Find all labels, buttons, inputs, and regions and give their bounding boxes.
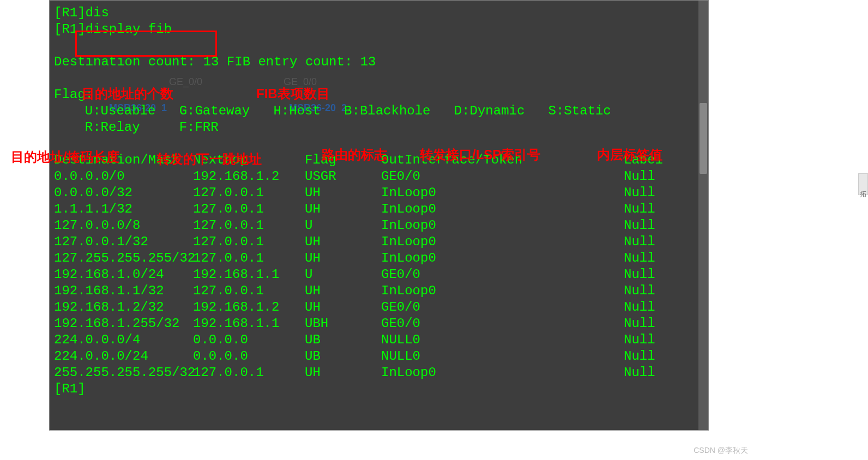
cell-label: Null	[624, 250, 667, 267]
cell-label: Null	[624, 168, 667, 185]
cell-dest: 255.255.255.255/32	[54, 365, 193, 381]
table-row: 192.168.1.2/32192.168.1.2UHGE0/0Null	[54, 299, 704, 316]
flag-line-2: R:Relay F:FRR	[54, 119, 704, 136]
cell-nexthop: 127.0.0.1	[193, 201, 305, 217]
cell-iface: InLoop0	[381, 185, 624, 201]
cell-flag: UH	[305, 365, 381, 381]
table-row: 0.0.0.0/0192.168.1.2USGRGE0/0Null	[54, 168, 704, 185]
cell-flag: UH	[305, 250, 381, 267]
annotation-dest-count: 目的地址的个数	[82, 85, 173, 102]
cell-dest: 224.0.0.0/4	[54, 332, 193, 348]
fib-table-body: 0.0.0.0/0192.168.1.2USGRGE0/0Null0.0.0.0…	[54, 168, 704, 381]
flag-line-1: U:Useable G:Gateway H:Host B:Blackhole D…	[54, 103, 704, 119]
cell-dest: 1.1.1.1/32	[54, 201, 193, 217]
cell-iface: NULL0	[381, 332, 624, 348]
cell-nexthop: 0.0.0.0	[193, 332, 305, 348]
sidebar-tab[interactable]: 拓	[858, 173, 868, 195]
cell-label: Null	[624, 201, 667, 217]
cell-nexthop: 127.0.0.1	[193, 234, 305, 250]
cell-flag: U	[305, 217, 381, 234]
annotation-col-label: 内层标签值	[597, 146, 662, 164]
cell-label: Null	[624, 316, 667, 332]
cell-dest: 127.0.0.0/8	[54, 217, 193, 234]
cell-flag: UH	[305, 185, 381, 201]
cell-dest: 192.168.1.255/32	[54, 316, 193, 332]
command-highlight-box	[75, 31, 217, 57]
cell-iface: InLoop0	[381, 234, 624, 250]
cell-iface: NULL0	[381, 348, 624, 365]
annotation-col-flag: 路由的标志	[322, 146, 387, 164]
cell-nexthop: 127.0.0.1	[193, 250, 305, 267]
cell-flag: UB	[305, 348, 381, 365]
annotation-col-iface: 转发接口/LSP索引号	[420, 146, 540, 164]
prompt-text: [R1]	[54, 5, 86, 20]
cell-flag: USGR	[305, 168, 381, 185]
table-row: 127.255.255.255/32127.0.0.1UHInLoop0Null	[54, 250, 704, 267]
cell-label: Null	[624, 217, 667, 234]
cell-flag: UBH	[305, 316, 381, 332]
cell-label: Null	[624, 283, 667, 299]
watermark-text: CSDN @李秋天	[694, 446, 748, 456]
cell-label: Null	[624, 299, 667, 316]
cell-dest: 192.168.1.2/32	[54, 299, 193, 316]
cell-nexthop: 127.0.0.1	[193, 365, 305, 381]
blank-line-2	[54, 70, 704, 87]
cell-flag: UH	[305, 283, 381, 299]
cell-flag: UH	[305, 201, 381, 217]
cell-flag: UH	[305, 234, 381, 250]
cell-iface: InLoop0	[381, 217, 624, 234]
annotation-col-nexthop: 转发的下一跳地址	[157, 150, 262, 168]
cell-dest: 192.168.1.0/24	[54, 267, 193, 283]
prompt-line-1: [R1]dis	[54, 5, 704, 21]
terminal-window[interactable]: [R1]dis [R1]display fib Destination coun…	[49, 0, 709, 431]
table-row: 255.255.255.255/32127.0.0.1UHInLoop0Null	[54, 365, 704, 381]
cell-nexthop: 127.0.0.1	[193, 185, 305, 201]
table-row: 224.0.0.0/240.0.0.0UBNULL0Null	[54, 348, 704, 365]
cell-dest: 192.168.1.1/32	[54, 283, 193, 299]
table-row: 0.0.0.0/32127.0.0.1UHInLoop0Null	[54, 185, 704, 201]
cell-dest: 127.255.255.255/32	[54, 250, 193, 267]
cell-label: Null	[624, 267, 667, 283]
cell-dest: 127.0.0.1/32	[54, 234, 193, 250]
cell-iface: GE0/0	[381, 267, 624, 283]
cell-iface: GE0/0	[381, 299, 624, 316]
cell-iface: InLoop0	[381, 365, 624, 381]
cell-label: Null	[624, 348, 667, 365]
cell-nexthop: 192.168.1.2	[193, 168, 305, 185]
cell-nexthop: 192.168.1.1	[193, 267, 305, 283]
cell-nexthop: 0.0.0.0	[193, 348, 305, 365]
cell-iface: InLoop0	[381, 250, 624, 267]
cell-nexthop: 192.168.1.2	[193, 299, 305, 316]
end-prompt: [R1]	[54, 381, 704, 397]
cell-nexthop: 127.0.0.1	[193, 283, 305, 299]
cell-dest: 0.0.0.0/0	[54, 168, 193, 185]
terminal-content: [R1]dis [R1]display fib Destination coun…	[54, 5, 704, 397]
partial-cmd: dis	[86, 5, 109, 20]
cell-flag: UH	[305, 299, 381, 316]
cell-iface: GE0/0	[381, 168, 624, 185]
table-row: 192.168.1.255/32192.168.1.1UBHGE0/0Null	[54, 316, 704, 332]
annotation-fib-count: FIB表项数目	[256, 85, 330, 102]
cell-iface: GE0/0	[381, 316, 624, 332]
cell-label: Null	[624, 365, 667, 381]
table-row: 127.0.0.0/8127.0.0.1UInLoop0Null	[54, 217, 704, 234]
cell-dest: 224.0.0.0/24	[54, 348, 193, 365]
cell-dest: 0.0.0.0/32	[54, 185, 193, 201]
cell-flag: U	[305, 267, 381, 283]
cell-flag: UB	[305, 332, 381, 348]
cell-label: Null	[624, 234, 667, 250]
table-row: 127.0.0.1/32127.0.0.1UHInLoop0Null	[54, 234, 704, 250]
table-row: 192.168.1.1/32127.0.0.1UHInLoop0Null	[54, 283, 704, 299]
cell-iface: InLoop0	[381, 283, 624, 299]
table-row: 224.0.0.0/40.0.0.0UBNULL0Null	[54, 332, 704, 348]
table-row: 1.1.1.1/32127.0.0.1UHInLoop0Null	[54, 201, 704, 217]
cell-iface: InLoop0	[381, 201, 624, 217]
annotation-col-dest: 目的地址/掩码长度	[11, 148, 119, 166]
cell-nexthop: 192.168.1.1	[193, 316, 305, 332]
cell-label: Null	[624, 332, 667, 348]
table-row: 192.168.1.0/24192.168.1.1UGE0/0Null	[54, 267, 704, 283]
cell-label: Null	[624, 185, 667, 201]
cell-nexthop: 127.0.0.1	[193, 217, 305, 234]
